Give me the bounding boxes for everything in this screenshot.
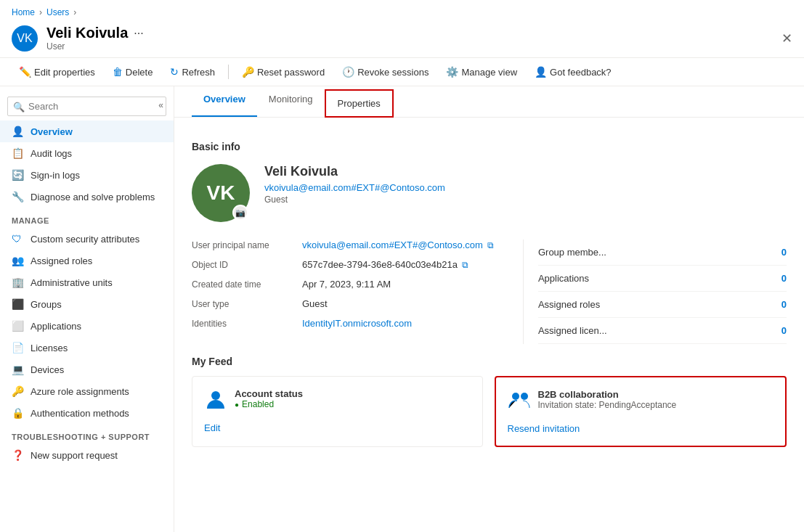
tab-properties[interactable]: Properties: [325, 89, 394, 118]
identities-link[interactable]: IdentityIT.onmicrosoft.com: [302, 318, 412, 329]
roles-icon: 👥: [12, 255, 23, 266]
avatar-initials: VK: [17, 32, 32, 45]
sidebar-label: Groups: [31, 299, 62, 310]
content-inner: Basic info VK 📷 Veli Koivula vkoivula@em…: [174, 118, 804, 459]
signin-icon: 🔄: [12, 169, 23, 181]
sidebar-item-admin-units[interactable]: 🏢 Administrative units: [0, 271, 174, 293]
created-row: Created date time Apr 7, 2023, 9:11 AM: [192, 279, 494, 290]
upn-row: User principal name vkoivula@email.com#E…: [192, 240, 494, 250]
content-area: Overview Monitoring Properties Basic inf…: [174, 86, 804, 532]
svg-point-1: [512, 393, 519, 400]
refresh-button[interactable]: ↻ Refresh: [163, 62, 222, 81]
feedback-button[interactable]: 👤 Got feedback?: [527, 62, 619, 81]
sidebar-label: Administrative units: [31, 277, 113, 288]
user-type-text: Guest: [302, 298, 328, 309]
collapse-button[interactable]: «: [155, 97, 167, 114]
close-button[interactable]: ✕: [781, 30, 792, 46]
licenses-icon: 📄: [12, 342, 23, 353]
sidebar-item-groups[interactable]: ⬛ Groups: [0, 293, 174, 315]
sidebar-label: Licenses: [31, 343, 68, 353]
applications-stat-value[interactable]: 0: [781, 273, 787, 284]
search-container: 🔍 «: [7, 97, 166, 116]
assigned-roles-stat-value[interactable]: 0: [781, 299, 787, 310]
props-right-column: Group membe... 0 Applications 0 Assigned…: [523, 240, 787, 344]
user-email: vkoivula@email.com#EXT#@Contoso.com: [264, 182, 445, 193]
camera-button[interactable]: 📷: [232, 205, 248, 221]
resend-invitation-link[interactable]: Resend invitation: [508, 423, 774, 434]
account-status-badge: Enabled: [235, 399, 303, 409]
user-name-heading: Veli Koivula: [46, 25, 128, 41]
breadcrumb-separator: ›: [39, 7, 42, 17]
sidebar-label: Diagnose and solve problems: [31, 192, 155, 202]
clock-icon: 🕐: [342, 66, 354, 78]
sidebar-item-sign-in-logs[interactable]: 🔄 Sign-in logs: [0, 164, 174, 186]
overview-icon: 👤: [12, 126, 23, 137]
sidebar-item-audit-logs[interactable]: 📋 Audit logs: [0, 142, 174, 164]
sidebar-item-devices[interactable]: 💻 Devices: [0, 359, 174, 380]
identities-row: Identities IdentityIT.onmicrosoft.com: [192, 318, 494, 329]
group-members-label: Group membe...: [538, 247, 606, 258]
toolbar-separator: [228, 65, 229, 79]
account-status-edit-link[interactable]: Edit: [204, 422, 471, 433]
props-left-column: User principal name vkoivula@email.com#E…: [192, 240, 523, 344]
sidebar-item-auth-methods[interactable]: 🔒 Authentication methods: [0, 402, 174, 424]
manage-section-label: Manage: [0, 208, 174, 228]
revoke-sessions-label: Revoke sessions: [357, 67, 429, 78]
sidebar-item-applications[interactable]: ⬜ Applications: [0, 315, 174, 337]
identities-label: Identities: [192, 318, 293, 329]
diagnose-icon: 🔧: [12, 191, 23, 202]
apps-icon: ⬜: [12, 320, 23, 332]
sidebar-label: Applications: [31, 321, 81, 332]
created-value: Apr 7, 2023, 9:11 AM: [302, 279, 391, 290]
sidebar-item-custom-security[interactable]: 🛡 Custom security attributes: [0, 228, 174, 250]
account-status-title: Account status: [235, 388, 303, 399]
home-link[interactable]: Home: [12, 7, 35, 17]
delete-icon: 🗑: [113, 66, 123, 78]
object-id-copy-icon[interactable]: ⧉: [462, 260, 468, 270]
reset-password-label: Reset password: [257, 67, 325, 78]
applications-stat-label: Applications: [538, 273, 589, 284]
created-text: Apr 7, 2023, 9:11 AM: [302, 279, 391, 290]
upn-link[interactable]: vkoivula@email.com#EXT#@Contoso.com: [302, 240, 483, 250]
tab-monitoring[interactable]: Monitoring: [257, 86, 325, 117]
group-members-value[interactable]: 0: [781, 247, 787, 258]
sidebar-label: Azure role assignments: [31, 386, 129, 397]
edit-label: Edit properties: [34, 67, 95, 78]
upn-copy-icon[interactable]: ⧉: [487, 240, 494, 250]
identities-value: IdentityIT.onmicrosoft.com: [302, 318, 412, 329]
sidebar: 🔍 « 👤 Overview 📋 Audit logs 🔄 Sign-in lo…: [0, 86, 174, 532]
auth-icon: 🔒: [12, 407, 23, 419]
object-id-label: Object ID: [192, 259, 293, 270]
revoke-sessions-button[interactable]: 🕐 Revoke sessions: [335, 62, 436, 81]
assigned-licenses-label: Assigned licen...: [538, 325, 607, 336]
sidebar-label: Devices: [31, 364, 64, 375]
sidebar-item-diagnose[interactable]: 🔧 Diagnose and solve problems: [0, 186, 174, 208]
user-info-block: Veli Koivula vkoivula@email.com#EXT#@Con…: [264, 164, 445, 205]
reset-password-button[interactable]: 🔑 Reset password: [235, 62, 332, 81]
users-link[interactable]: Users: [46, 7, 69, 17]
assigned-licenses-stat: Assigned licen... 0: [538, 318, 787, 344]
assigned-licenses-value[interactable]: 0: [781, 325, 787, 336]
sidebar-label: Authentication methods: [31, 408, 129, 419]
search-input[interactable]: [7, 97, 166, 116]
more-options-btn[interactable]: ···: [134, 27, 143, 40]
basic-info-title: Basic info: [192, 129, 787, 152]
sidebar-item-azure-roles[interactable]: 🔑 Azure role assignments: [0, 380, 174, 402]
manage-view-button[interactable]: ⚙️ Manage view: [439, 62, 524, 81]
sidebar-item-licenses[interactable]: 📄 Licenses: [0, 337, 174, 359]
user-type-row: User type Guest: [192, 298, 494, 309]
sidebar-item-new-support[interactable]: ❓ New support request: [0, 444, 174, 466]
sidebar-item-assigned-roles[interactable]: 👥 Assigned roles: [0, 250, 174, 271]
object-id-value: 657c7dee-3794-36e8-640c03e4b21a ⧉: [302, 259, 468, 270]
edit-properties-button[interactable]: ✏️ Edit properties: [12, 62, 102, 81]
upn-value: vkoivula@email.com#EXT#@Contoso.com ⧉: [302, 240, 494, 250]
sidebar-item-overview[interactable]: 👤 Overview: [0, 120, 174, 142]
breadcrumb-separator2: ›: [73, 7, 76, 17]
search-icon: 🔍: [13, 101, 25, 112]
user-profile-block: VK 📷 Veli Koivula vkoivula@email.com#EXT…: [192, 164, 787, 222]
tab-overview[interactable]: Overview: [192, 86, 257, 117]
b2b-title: B2B collaboration: [538, 389, 677, 400]
delete-button[interactable]: 🗑 Delete: [105, 62, 161, 81]
audit-icon: 📋: [12, 147, 23, 159]
object-id-row: Object ID 657c7dee-3794-36e8-640c03e4b21…: [192, 259, 494, 270]
